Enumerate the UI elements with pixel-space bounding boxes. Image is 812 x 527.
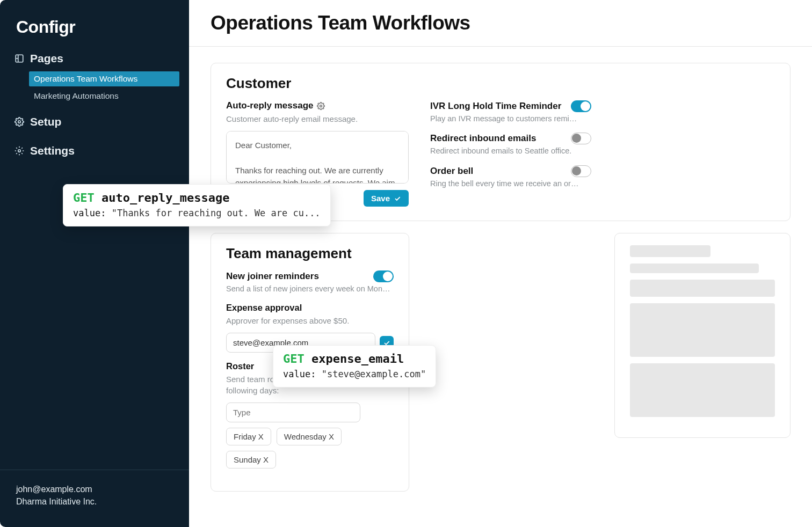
auto-reply-textarea[interactable]	[226, 131, 409, 184]
sidebar-head-label: Settings	[30, 144, 75, 157]
value-label: value:	[283, 369, 316, 379]
sidebar-nav: Pages Operations Team Workflows Marketin…	[0, 48, 189, 470]
value-text: "Thanks for reaching out. We are cu...	[112, 208, 321, 218]
save-button-label: Save	[371, 194, 390, 203]
roster-tag[interactable]: Friday X	[226, 428, 271, 445]
roster-type-input[interactable]	[226, 402, 360, 422]
team-newjoiner: New joiner reminders Send a list of new …	[226, 270, 394, 294]
expense-desc: Approver for expenses above $50.	[226, 315, 394, 326]
page-title: Operations Team Workflows	[211, 12, 791, 34]
toggle-switch-ivr[interactable]	[571, 100, 591, 112]
gear-icon	[14, 116, 25, 127]
toggle-label: New joiner reminders	[226, 271, 319, 282]
check-icon	[394, 195, 401, 202]
app-root: Configr Pages Operations Team Workflows …	[0, 0, 812, 527]
auto-reply-label: Auto-reply message	[226, 100, 409, 111]
sidebar-section-setup: Setup	[10, 111, 179, 133]
skeleton-block	[630, 363, 775, 417]
sidebar: Configr Pages Operations Team Workflows …	[0, 0, 189, 527]
svg-point-2	[18, 150, 21, 152]
toggle-ivr: IVR Long Hold Time Reminder Play an IVR …	[430, 100, 591, 124]
sidebar-section-pages: Pages Operations Team Workflows Marketin…	[10, 48, 179, 104]
skeleton-title	[630, 245, 711, 257]
toggle-desc: Play an IVR message to customers remindi…	[430, 113, 581, 124]
sidebar-head-pages[interactable]: Pages	[10, 48, 179, 69]
roster-tag[interactable]: Sunday X	[226, 451, 276, 469]
customer-toggles: IVR Long Hold Time Reminder Play an IVR …	[430, 100, 591, 207]
auto-reply-desc: Customer auto-reply email message.	[226, 113, 409, 125]
toggle-label: IVR Long Hold Time Reminder	[430, 101, 561, 112]
skeleton-line	[630, 280, 775, 297]
toggle-label: Order bell	[430, 166, 473, 177]
toggle-redirect: Redirect inbound emails Redirect inbound…	[430, 133, 591, 156]
roster-tag[interactable]: Wednesday X	[277, 428, 342, 445]
sidebar-head-setup[interactable]: Setup	[10, 111, 179, 133]
svg-point-1	[18, 121, 21, 123]
http-method: GET	[283, 352, 305, 365]
api-key-name: auto_reply_message	[102, 191, 229, 204]
roster-tags: Friday X Wednesday X Sunday X	[226, 428, 394, 469]
expense-label: Expense approval	[226, 303, 394, 313]
api-tooltip-auto-reply: GET auto_reply_message value: "Thanks fo…	[63, 184, 331, 226]
toggle-switch-redirect[interactable]	[571, 133, 591, 144]
sidebar-item-marketing[interactable]: Marketing Automations	[29, 89, 179, 104]
sidebar-head-label: Pages	[30, 52, 63, 65]
layout-icon	[14, 53, 25, 64]
toggle-desc: Ring the bell every time we receive an o…	[430, 178, 581, 189]
page-header: Operations Team Workflows	[189, 0, 812, 47]
sidebar-section-settings: Settings	[10, 140, 179, 162]
http-method: GET	[73, 191, 95, 204]
skeleton-block	[630, 303, 775, 357]
api-key-name: expense_email	[311, 352, 404, 365]
toggle-orderbell: Order bell Ring the bell every time we r…	[430, 165, 591, 189]
save-button[interactable]: Save	[364, 190, 409, 207]
card-title: Customer	[226, 75, 775, 92]
tooltip-value: value: "steve@example.com"	[283, 369, 426, 379]
settings-icon	[14, 145, 25, 156]
toggle-switch-newjoiner[interactable]	[373, 270, 394, 282]
sidebar-head-settings[interactable]: Settings	[10, 140, 179, 162]
main: Operations Team Workflows Customer Auto-…	[189, 0, 812, 527]
toggle-desc: Send a list of new joiners every week on…	[226, 283, 394, 294]
footer-user-email: john@example.com	[16, 483, 173, 495]
toggle-switch-orderbell[interactable]	[571, 165, 591, 177]
card-skeleton	[614, 233, 791, 438]
card-title: Team management	[226, 245, 394, 262]
value-text: "steve@example.com"	[322, 369, 426, 379]
sidebar-item-operations[interactable]: Operations Team Workflows	[29, 71, 179, 86]
tooltip-header: GET auto_reply_message	[73, 191, 321, 204]
tooltip-value: value: "Thanks for reaching out. We are …	[73, 208, 321, 218]
auto-reply-label-text: Auto-reply message	[226, 100, 314, 111]
sidebar-footer: john@example.com Dharma Initiative Inc.	[0, 470, 189, 527]
value-label: value:	[73, 208, 106, 218]
footer-org-name: Dharma Initiative Inc.	[16, 495, 173, 508]
brand-logo: Configr	[0, 0, 189, 48]
sidebar-sub-pages: Operations Team Workflows Marketing Auto…	[29, 71, 179, 104]
sidebar-head-label: Setup	[30, 115, 61, 128]
tooltip-header: GET expense_email	[283, 352, 426, 365]
toggle-desc: Redirect inbound emails to Seattle offic…	[430, 145, 581, 156]
content-grid: Customer Auto-reply message Customer aut…	[189, 47, 812, 508]
toggle-label: Redirect inbound emails	[430, 133, 536, 144]
gear-icon[interactable]	[317, 102, 325, 110]
api-tooltip-expense: GET expense_email value: "steve@example.…	[273, 345, 436, 387]
skeleton-line	[630, 264, 759, 273]
svg-point-3	[320, 105, 322, 107]
